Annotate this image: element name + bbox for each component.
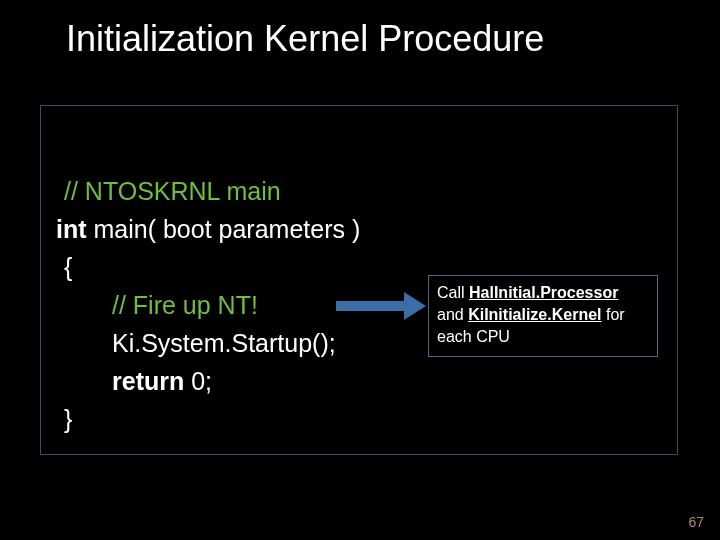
arrow-head xyxy=(404,292,426,320)
code-line-signature: int main( boot parameters ) xyxy=(56,210,360,248)
return-value: 0; xyxy=(184,367,212,395)
signature-rest: main( boot parameters ) xyxy=(87,215,361,243)
note-underline-1: HalInitial.Processor xyxy=(469,284,618,301)
code-line-call: Ki.System.Startup(); xyxy=(64,324,360,362)
code-block: // NTOSKRNL main int main( boot paramete… xyxy=(64,172,360,438)
arrow-shaft xyxy=(336,301,406,311)
comment-text: // NTOSKRNL main xyxy=(64,177,281,205)
slide-title: Initialization Kernel Procedure xyxy=(66,18,544,60)
code-line-comment-2: // Fire up NT! xyxy=(64,286,360,324)
code-line-comment-1: // NTOSKRNL main xyxy=(64,172,360,210)
keyword-int: int xyxy=(56,215,87,243)
note-pre1: Call xyxy=(437,284,469,301)
note-underline-2: KiInitialize.Kernel xyxy=(468,306,601,323)
note-mid: and xyxy=(437,306,468,323)
slide: Initialization Kernel Procedure // NTOSK… xyxy=(0,0,720,540)
code-line-return: return 0; xyxy=(64,362,360,400)
code-line-brace-close: } xyxy=(64,400,360,438)
keyword-return: return xyxy=(112,367,184,395)
arrow-icon xyxy=(336,292,428,320)
note-box: Call HalInitial.Processor and KiInitiali… xyxy=(428,275,658,357)
code-line-brace-open: { xyxy=(64,248,360,286)
page-number: 67 xyxy=(688,514,704,530)
